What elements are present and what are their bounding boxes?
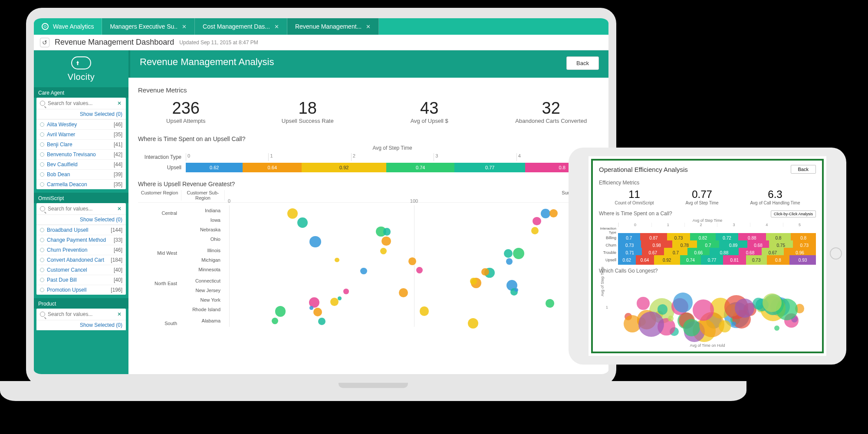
axis-tick: 1 [268,153,351,161]
data-point[interactable] [693,299,714,321]
data-point[interactable] [309,306,313,309]
show-selected-link[interactable]: Show Selected (0) [36,320,126,330]
clear-icon[interactable]: ✕ [116,311,122,317]
data-point[interactable] [275,306,286,316]
data-point[interactable] [719,320,731,332]
metric: 236Upsell Attempts [138,99,234,124]
facet-item[interactable]: Customer Cancel[40] [36,265,126,275]
chart-segment[interactable]: 0.8 [767,255,789,265]
data-point[interactable] [638,312,664,337]
close-icon[interactable]: ✕ [274,23,279,30]
facet-item[interactable]: Promotion Upsell[196] [36,285,126,295]
facet-item[interactable]: Avril Warner[35] [36,129,126,139]
chart-segment[interactable]: 0.74 [386,163,454,172]
refresh-button[interactable]: ↺ [40,38,49,47]
data-point[interactable] [360,268,367,274]
data-point[interactable] [380,248,387,254]
tab-managers-exec[interactable]: Managers Executive Su.. ✕ [102,18,195,35]
chart-segment[interactable]: 0.81 [723,255,746,265]
chart-segment[interactable]: 0.92 [302,163,386,172]
close-icon[interactable]: ✕ [366,23,371,30]
data-point[interactable] [272,318,278,324]
show-selected-link[interactable]: Show Selected (0) [36,109,126,119]
facet-item[interactable]: Churn Prevention[46] [36,245,126,255]
data-point[interactable] [318,318,326,325]
metric-label: Upsell Attempts [138,118,234,124]
data-point[interactable] [774,326,779,331]
search-input[interactable] [48,311,116,317]
facet-item[interactable]: Change Payment Method[33] [36,235,126,245]
tab-revenue-mgmt[interactable]: Revenue Management... ✕ [287,18,379,35]
data-point[interactable] [506,258,512,264]
tab-cost-mgmt[interactable]: Cost Management Das... ✕ [195,18,287,35]
chart-segment[interactable]: 0.92 [654,255,680,265]
data-point[interactable] [381,237,391,246]
data-point[interactable] [470,278,477,284]
data-point[interactable] [533,217,541,226]
facet-item[interactable]: Bob Dean[39] [36,169,126,179]
chart-segment[interactable]: 0.64 [636,255,654,265]
axis-tick: 0 [186,153,268,161]
data-point[interactable] [481,268,489,276]
facet-item-name: Customer Cancel [47,267,114,273]
data-point[interactable] [731,322,736,326]
data-point[interactable] [343,289,349,294]
chart-segment[interactable]: 0.73 [746,255,767,265]
data-point[interactable] [673,293,693,312]
metric-value: 0.77 [686,188,719,201]
section-title: Where is Time Spent on a Call? [599,210,672,217]
chart-segment[interactable]: 0.93 [789,255,816,265]
chart-segment[interactable]: 0.64 [243,163,302,172]
close-icon[interactable]: ✕ [182,23,187,30]
facet-item[interactable]: Bev Caulfield[44] [36,159,126,169]
data-point[interactable] [513,248,524,259]
facet-item[interactable]: Benvenuto Trevisano[42] [36,149,126,159]
data-point[interactable] [383,228,391,236]
chart-segment[interactable]: 0.77 [701,255,723,265]
data-point[interactable] [287,208,298,219]
search-input[interactable] [48,206,116,212]
show-selected-link[interactable]: Show Selected (0) [36,215,126,225]
data-point[interactable] [420,306,429,316]
data-point[interactable] [468,318,478,329]
chart-segment[interactable]: 0.77 [454,163,525,172]
data-point[interactable] [637,297,650,310]
tab-wave-analytics[interactable]: Wave Analytics [34,18,102,35]
data-point[interactable] [541,209,550,218]
data-point[interactable] [335,258,339,262]
data-point[interactable] [549,209,558,217]
data-point[interactable] [338,296,341,300]
back-button[interactable]: Back [791,165,816,174]
facet-item[interactable]: Benji Clare[41] [36,139,126,149]
facet-item[interactable]: Convert Abandoned Cart[184] [36,255,126,265]
chart-segment[interactable]: 0.74 [680,255,701,265]
data-point[interactable] [309,236,321,247]
data-point[interactable] [658,304,668,315]
facet-item[interactable]: Carmella Deacon[35] [36,179,126,189]
clear-icon[interactable]: ✕ [116,100,122,106]
click-analysis-button[interactable]: Click-by-Click Analysis [771,210,816,217]
data-point[interactable] [514,288,518,292]
search-input[interactable] [48,100,116,106]
data-point[interactable] [313,308,322,317]
data-point[interactable] [408,257,416,265]
back-button[interactable]: Back [566,56,599,70]
data-point[interactable] [668,316,674,321]
data-point[interactable] [330,298,339,306]
facet-item[interactable]: Alita Westley[46] [36,119,126,129]
data-point[interactable] [735,299,754,318]
clear-icon[interactable]: ✕ [116,206,122,212]
chart-segment[interactable]: 0.62 [618,255,636,265]
chart-segment[interactable]: 0.62 [186,163,243,172]
data-point[interactable] [546,299,554,308]
facet-item[interactable]: Broadband Upsell[144] [36,225,126,235]
data-point[interactable] [504,249,513,258]
facet-item[interactable]: Past Due Bill[40] [36,275,126,285]
facet-item-count: [46] [114,247,122,253]
data-point[interactable] [763,293,781,312]
data-point[interactable] [297,217,308,228]
data-point[interactable] [416,267,423,273]
data-point[interactable] [531,227,539,234]
data-point[interactable] [683,319,700,336]
data-point[interactable] [399,288,408,297]
